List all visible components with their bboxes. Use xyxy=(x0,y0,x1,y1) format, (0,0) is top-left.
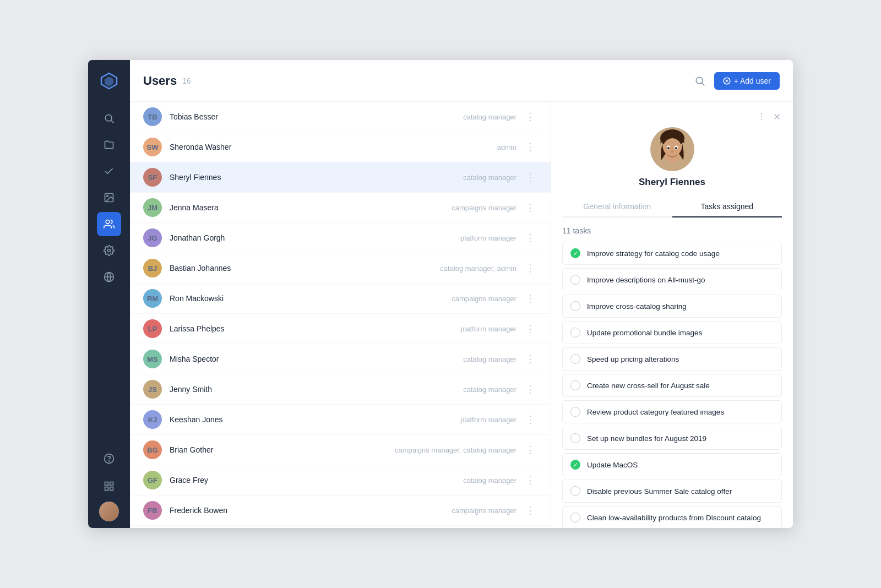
user-menu-button[interactable]: ⋮ xyxy=(523,353,537,365)
user-menu-button[interactable]: ⋮ xyxy=(523,171,537,183)
page-title: Users 16 xyxy=(143,74,191,88)
task-checkbox[interactable] xyxy=(570,301,580,311)
svg-line-17 xyxy=(701,83,704,85)
user-menu-button[interactable]: ⋮ xyxy=(523,292,537,304)
svg-point-21 xyxy=(761,113,762,115)
user-menu-button[interactable]: ⋮ xyxy=(523,141,537,153)
user-menu-button[interactable]: ⋮ xyxy=(523,444,537,456)
user-role: campaigns manager xyxy=(452,204,516,212)
sidebar-item-users[interactable] xyxy=(97,212,121,236)
task-item[interactable]: Set up new bundles for August 2019 xyxy=(562,427,782,450)
user-menu-button[interactable]: ⋮ xyxy=(523,413,537,426)
sidebar-item-globe[interactable] xyxy=(97,265,121,289)
sidebar-item-apps[interactable] xyxy=(97,474,121,498)
sidebar-item-media[interactable] xyxy=(97,186,121,210)
search-button[interactable] xyxy=(694,75,705,86)
task-checkbox[interactable] xyxy=(570,433,580,443)
task-item[interactable]: ✓ Improve strategy for catalog code usag… xyxy=(562,242,782,265)
user-row[interactable]: JG Jonathan Gorgh platform manager ⋮ xyxy=(130,223,551,253)
user-menu-button[interactable]: ⋮ xyxy=(523,202,537,214)
task-item[interactable]: Update promotional bundle images xyxy=(562,321,782,344)
user-row[interactable]: BJ Bastian Johannes catalog manager, adm… xyxy=(130,253,551,284)
task-checkbox[interactable] xyxy=(570,407,580,417)
user-role: platform manager xyxy=(460,325,516,333)
user-name: Misha Spector xyxy=(170,355,463,363)
detail-panel: Sheryl Fiennes General information Tasks… xyxy=(551,102,793,528)
tab-tasks[interactable]: Tasks assigned xyxy=(672,197,782,217)
svg-point-6 xyxy=(106,220,110,224)
task-text: Update promotional bundle images xyxy=(587,329,702,337)
user-row[interactable]: MS Misha Spector catalog manager ⋮ xyxy=(130,344,551,374)
user-role: platform manager xyxy=(460,234,516,242)
user-row[interactable]: GF Grace Frey catalog manager ⋮ xyxy=(130,465,551,496)
tab-tasks-label: Tasks assigned xyxy=(700,202,753,211)
task-text: Create new cross-sell for August sale xyxy=(587,382,710,390)
detail-more-button[interactable] xyxy=(757,112,766,122)
task-checkbox[interactable] xyxy=(570,354,580,364)
user-role: campaigns manager xyxy=(452,295,516,303)
task-text: Speed up pricing alterations xyxy=(587,355,679,363)
user-menu-button[interactable]: ⋮ xyxy=(523,262,537,274)
user-row[interactable]: SF Sheryl Fiennes catalog manager ⋮ xyxy=(130,162,551,193)
user-menu-button[interactable]: ⋮ xyxy=(523,504,537,516)
sidebar-item-files[interactable] xyxy=(97,133,121,157)
task-checkbox[interactable] xyxy=(570,380,580,390)
task-item[interactable]: Clean low-availability products from Dis… xyxy=(562,506,782,528)
tab-general-label: General information xyxy=(583,202,651,211)
task-checkbox[interactable]: ✓ xyxy=(570,248,580,258)
user-role: platform manager xyxy=(460,416,516,424)
user-name: Brian Gother xyxy=(170,445,395,454)
task-item[interactable]: Improve cross-catalog sharing xyxy=(562,295,782,318)
task-checkbox[interactable] xyxy=(570,275,580,285)
add-user-button[interactable]: + Add user xyxy=(714,72,780,90)
task-item[interactable]: Disable previous Summer Sale catalog off… xyxy=(562,480,782,503)
avatar: JS xyxy=(143,380,162,399)
task-item[interactable]: Improve descriptions on All-must-go xyxy=(562,268,782,291)
svg-rect-15 xyxy=(110,487,113,491)
user-row[interactable]: TB Tobias Besser catalog manager ⋮ xyxy=(130,102,551,132)
user-name: Jonathan Gorgh xyxy=(170,233,460,242)
user-row[interactable]: JS John Servier platform manager ⋮ xyxy=(130,526,551,528)
task-item[interactable]: Create new cross-sell for August sale xyxy=(562,374,782,397)
detail-tabs: General information Tasks assigned xyxy=(562,197,782,217)
detail-user-name: Sheryl Fiennes xyxy=(639,177,705,188)
sidebar-item-tasks[interactable] xyxy=(97,159,121,183)
task-item[interactable]: Speed up pricing alterations xyxy=(562,347,782,371)
task-checkbox[interactable] xyxy=(570,328,580,337)
content-area: TB Tobias Besser catalog manager ⋮ SW Sh… xyxy=(130,102,793,528)
task-checkbox[interactable] xyxy=(570,486,580,496)
task-item[interactable]: Review product category featured images xyxy=(562,400,782,423)
logo[interactable] xyxy=(88,60,130,102)
tab-general[interactable]: General information xyxy=(562,197,672,217)
task-text: Improve strategy for catalog code usage xyxy=(587,249,720,258)
detail-close-button[interactable] xyxy=(772,112,782,122)
task-checkbox[interactable]: ✓ xyxy=(570,460,580,470)
avatar: RM xyxy=(143,289,162,308)
detail-header-actions xyxy=(757,112,782,122)
user-menu-button[interactable]: ⋮ xyxy=(523,111,537,123)
user-row[interactable]: BG Brian Gother campaigns manager, catal… xyxy=(130,435,551,465)
page-header: Users 16 + Add user xyxy=(130,60,793,102)
user-menu-button[interactable]: ⋮ xyxy=(523,323,537,335)
user-menu-button[interactable]: ⋮ xyxy=(523,232,537,244)
add-user-label: + Add user xyxy=(734,77,771,85)
avatar: GF xyxy=(143,471,162,489)
user-row[interactable]: RM Ron Mackowski campaigns manager ⋮ xyxy=(130,284,551,314)
user-row[interactable]: JM Jenna Masera campaigns manager ⋮ xyxy=(130,193,551,223)
sidebar-item-profile[interactable] xyxy=(99,502,119,521)
user-menu-button[interactable]: ⋮ xyxy=(523,383,537,395)
sidebar-item-search[interactable] xyxy=(97,106,121,130)
user-row[interactable]: SW Sheronda Washer admin ⋮ xyxy=(130,132,551,162)
task-item[interactable]: ✓ Update MacOS xyxy=(562,453,782,476)
user-row[interactable]: KJ Keeshan Jones platform manager ⋮ xyxy=(130,405,551,435)
svg-point-34 xyxy=(675,147,677,149)
svg-point-2 xyxy=(105,115,112,121)
user-row[interactable]: JS Jenny Smith catalog manager ⋮ xyxy=(130,374,551,405)
user-menu-button[interactable]: ⋮ xyxy=(523,474,537,486)
sidebar xyxy=(88,60,130,528)
user-row[interactable]: FB Frederick Bowen campaigns manager ⋮ xyxy=(130,496,551,526)
sidebar-item-settings[interactable] xyxy=(97,238,121,263)
user-row[interactable]: LP Larissa Phelpes platform manager ⋮ xyxy=(130,314,551,344)
task-checkbox[interactable] xyxy=(570,513,580,522)
sidebar-item-help[interactable] xyxy=(97,447,121,471)
